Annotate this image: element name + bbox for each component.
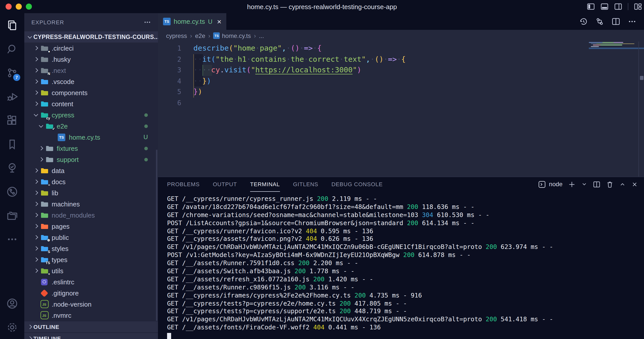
minimap-slider[interactable] <box>589 47 644 49</box>
tree-item-types[interactable]: TStypes <box>24 254 158 265</box>
typescript-file-icon: TS <box>213 32 220 39</box>
new-terminal-icon[interactable] <box>568 180 576 188</box>
file-tree: ●.circleci.huskyN.next.vscodecomponentsc… <box>24 43 158 321</box>
bracket-guide-gold <box>193 54 194 97</box>
panel-tab-gitlens[interactable]: GITLENS <box>293 177 318 192</box>
breadcrumb-item--[interactable]: ... <box>259 32 264 39</box>
explorer-icon[interactable] <box>0 13 24 37</box>
editor-tabs: TS home.cy.ts U × <box>158 13 644 30</box>
tree-item-machines[interactable]: machines <box>24 198 158 209</box>
gitlens-icon[interactable] <box>0 180 24 203</box>
vscode-window: home.cy.ts — cypress-realworld-testing-c… <box>0 0 644 339</box>
maximize-panel-icon[interactable] <box>619 181 626 187</box>
code-text: describe("home·page",·()·=>·{ <box>181 43 321 54</box>
tree-item-node_modules[interactable]: node_modules <box>24 209 158 221</box>
tree-item-styles[interactable]: Sstyles <box>24 243 158 254</box>
tree-item-.next[interactable]: N.next <box>24 65 158 76</box>
sidebar-scrollbar[interactable] <box>156 150 157 339</box>
run-and-debug-icon[interactable] <box>0 84 24 108</box>
tree-item-utils[interactable]: +utils <box>24 265 158 276</box>
split-terminal-icon[interactable] <box>593 180 600 188</box>
tree-item-cypress[interactable]: cycypress <box>24 109 158 120</box>
panel-tab-problems[interactable]: PROBLEMS <box>167 177 200 192</box>
split-editor-icon[interactable] <box>612 17 620 26</box>
tree-item-content[interactable]: content <box>24 98 158 109</box>
breadcrumb-label: ... <box>259 32 264 39</box>
tree-item-.gitignore[interactable]: .gitignore <box>24 287 158 299</box>
panel-tab-debug-console[interactable]: DEBUG CONSOLE <box>331 177 383 192</box>
tree-item-docs[interactable]: ≡docs <box>24 176 158 187</box>
accounts-icon[interactable] <box>0 291 24 315</box>
terminal-output[interactable]: GET /__cypress/runner/cypress_runner.js … <box>158 191 644 339</box>
compare-changes-icon[interactable] <box>595 17 604 26</box>
tree-item-.husky[interactable]: .husky <box>24 54 158 65</box>
project-folders-icon[interactable] <box>0 203 24 227</box>
tree-item-pages[interactable]: pages <box>24 221 158 232</box>
testing-tree-icon[interactable] <box>0 156 24 180</box>
breadcrumb-item-home-cy-ts[interactable]: TShome.cy.ts <box>213 32 251 39</box>
tree-item-label: data <box>52 167 65 174</box>
terminal-shell-selector[interactable]: node <box>538 180 562 188</box>
panel-tab-terminal[interactable]: TERMINAL <box>250 177 280 192</box>
chevron-right-icon <box>32 89 39 96</box>
close-window-button[interactable] <box>6 4 12 10</box>
source-control-icon[interactable]: 7 <box>0 61 24 84</box>
tree-item-data[interactable]: data <box>24 165 158 176</box>
tree-item-.nvmrc[interactable]: JS.nvmrc <box>24 310 158 321</box>
tree-item-.circleci[interactable]: ●.circleci <box>24 43 158 54</box>
outline-section-header[interactable]: OUTLINE <box>24 321 158 332</box>
overview-ruler[interactable] <box>638 41 644 177</box>
panel-tab-output[interactable]: OUTPUT <box>213 177 237 192</box>
project-root-row[interactable]: CYPRESS-REALWORLD-TESTING-COURS... <box>24 31 158 43</box>
tree-item-.eslintrc[interactable]: .eslintrc <box>24 276 158 287</box>
window-title: home.cy.ts — cypress-realworld-testing-c… <box>0 3 644 10</box>
tree-item-public[interactable]: ⊕public <box>24 232 158 243</box>
breadcrumb-label: home.cy.ts <box>222 32 251 39</box>
more-actions-icon[interactable] <box>628 17 636 26</box>
customize-layout-icon[interactable] <box>634 3 642 11</box>
tree-item-components[interactable]: components <box>24 87 158 98</box>
extensions-icon[interactable] <box>0 108 24 132</box>
breadcrumb-item-cypress[interactable]: cypress <box>166 32 187 39</box>
minimize-window-button[interactable] <box>16 4 22 10</box>
tree-item-label: content <box>52 100 73 108</box>
zoom-window-button[interactable] <box>26 4 32 10</box>
minimap[interactable] <box>589 42 638 62</box>
more-views-icon[interactable] <box>0 227 24 251</box>
tree-item-lib[interactable]: lib <box>24 187 158 198</box>
scrollbar-thumb[interactable] <box>640 76 643 80</box>
timeline-section-header[interactable]: TIMELINE <box>24 332 158 339</box>
tree-item-label: utils <box>52 267 63 274</box>
git-modified-dot <box>144 158 148 161</box>
close-panel-icon[interactable] <box>631 181 638 187</box>
code-editor[interactable]: 1describe("home·page",·()·=>·{2··it("the… <box>158 41 644 177</box>
tree-item-.node-version[interactable]: JS.node-version <box>24 299 158 310</box>
line-number: 1 <box>158 43 181 54</box>
explorer-more-actions-icon[interactable] <box>144 19 151 26</box>
search-icon[interactable] <box>0 37 24 61</box>
close-tab-icon[interactable]: × <box>217 18 222 25</box>
git-modified-dot <box>144 113 148 117</box>
chevron-right-icon <box>32 189 39 196</box>
tab-home-cy-ts[interactable]: TS home.cy.ts U × <box>158 13 227 30</box>
code-line-5: 5}) <box>158 87 644 97</box>
toggle-sidebar-icon[interactable] <box>587 3 595 11</box>
kill-terminal-icon[interactable] <box>606 180 614 188</box>
bookmarks-icon[interactable] <box>0 132 24 156</box>
tree-item-fixtures[interactable]: fixtures <box>24 143 158 154</box>
settings-gear-icon[interactable] <box>0 315 24 339</box>
toggle-secondary-sidebar-icon[interactable] <box>614 3 622 11</box>
tree-item-.vscode[interactable]: .vscode <box>24 76 158 87</box>
toggle-panel-icon[interactable] <box>600 3 609 11</box>
terminal-line-11: GET /__/assets/refresh_x16.0772a160.js 2… <box>167 276 644 284</box>
tree-item-support[interactable]: support <box>24 154 158 165</box>
terminal-line-6: GET /__cypress/assets/favicon.png?v2 404… <box>167 236 644 244</box>
folder-badge: ≡ <box>48 183 50 187</box>
breadcrumb-item-e2e[interactable]: e2e <box>195 32 205 39</box>
tree-item-home.cy.ts[interactable]: TShome.cy.tsU <box>24 132 158 143</box>
terminal-dropdown-icon[interactable] <box>581 181 587 187</box>
timeline-history-icon[interactable] <box>579 17 588 26</box>
git-icon <box>40 289 48 297</box>
tree-item-e2e[interactable]: ✓e2e <box>24 120 158 132</box>
folder-badge: ⊕ <box>47 238 50 242</box>
